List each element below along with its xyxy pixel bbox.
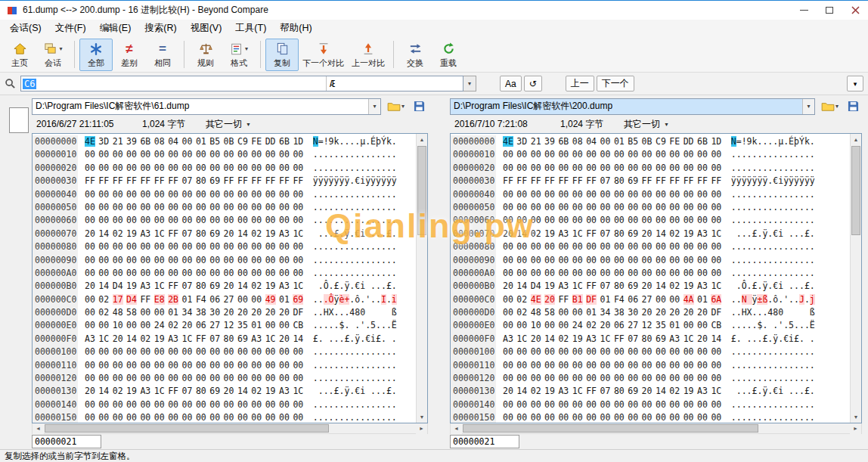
- hex-byte[interactable]: 00: [265, 373, 276, 383]
- ascii-char[interactable]: .: [742, 360, 747, 371]
- hex-byte[interactable]: 80: [196, 228, 206, 239]
- hex-byte[interactable]: 07: [182, 175, 193, 186]
- hex-byte[interactable]: 00: [279, 360, 290, 371]
- hex-byte[interactable]: 20: [642, 228, 653, 239]
- ascii-char[interactable]: [799, 307, 804, 318]
- hex-byte[interactable]: 01: [182, 294, 193, 305]
- ascii-char[interactable]: .: [810, 189, 815, 200]
- ascii-char[interactable]: .: [736, 386, 742, 396]
- left-filter-dropdown[interactable]: 其它一切 ▼: [206, 118, 251, 131]
- ascii-char[interactable]: .: [324, 346, 329, 357]
- ascii-char[interactable]: .: [731, 268, 736, 278]
- right-path-combo[interactable]: D:\Program Files\IC解密软件\200.dump ▾: [450, 98, 815, 115]
- hex-byte[interactable]: B5: [628, 136, 638, 147]
- hex-byte[interactable]: 69: [209, 175, 220, 186]
- ascii-char[interactable]: .: [324, 149, 329, 160]
- hex-row[interactable]: 0000005000000000000000000000000000000000…: [33, 201, 416, 214]
- hex-byte[interactable]: 02: [140, 333, 150, 344]
- ascii-char[interactable]: .: [376, 360, 381, 371]
- hex-byte[interactable]: 00: [558, 360, 569, 371]
- hex-byte[interactable]: 00: [140, 241, 150, 252]
- hex-byte[interactable]: 00: [209, 215, 220, 225]
- ascii-char[interactable]: .: [736, 215, 742, 225]
- ascii-char[interactable]: .: [742, 268, 747, 278]
- hex-byte[interactable]: 00: [196, 255, 206, 265]
- hex-byte[interactable]: 00: [544, 268, 555, 278]
- chevron-down-icon[interactable]: ▾: [368, 99, 380, 114]
- hex-byte[interactable]: 00: [293, 346, 303, 357]
- hex-byte[interactable]: 00: [251, 149, 262, 160]
- ascii-char[interactable]: .: [810, 399, 815, 410]
- ascii-char[interactable]: .: [794, 241, 799, 252]
- hex-byte[interactable]: 00: [586, 346, 597, 357]
- hex-byte[interactable]: 00: [572, 149, 583, 160]
- hex-byte[interactable]: 02: [113, 386, 123, 396]
- hex-byte[interactable]: 00: [503, 373, 513, 383]
- ascii-char[interactable]: .: [731, 255, 736, 265]
- ascii-char[interactable]: [324, 333, 329, 344]
- hex-byte[interactable]: 1C: [572, 281, 583, 291]
- hex-byte[interactable]: 01: [600, 294, 611, 305]
- hex-row[interactable]: 0000009000000000000000000000000000000000…: [451, 254, 850, 267]
- hex-byte[interactable]: 00: [684, 163, 694, 173]
- hex-byte[interactable]: 1C: [293, 281, 303, 291]
- hex-byte[interactable]: 00: [642, 241, 653, 252]
- hex-byte[interactable]: 4E: [85, 136, 95, 147]
- ascii-char[interactable]: .: [376, 346, 381, 357]
- hex-byte[interactable]: FF: [293, 175, 303, 186]
- ascii-char[interactable]: .: [324, 255, 329, 265]
- hex-byte[interactable]: 2B: [168, 294, 178, 305]
- hex-row[interactable]: 0000006000000000000000000000000000000000…: [33, 214, 416, 227]
- ascii-char[interactable]: i: [789, 333, 794, 344]
- hex-byte[interactable]: 19: [126, 386, 137, 396]
- hex-byte[interactable]: 00: [209, 360, 220, 371]
- hex-byte[interactable]: DD: [265, 136, 276, 147]
- ascii-char[interactable]: .: [313, 189, 318, 200]
- hex-byte[interactable]: 14: [656, 228, 666, 239]
- ascii-char[interactable]: .: [810, 333, 815, 344]
- hex-byte[interactable]: 1C: [516, 333, 527, 344]
- hex-byte[interactable]: FF: [265, 175, 276, 186]
- ascii-char[interactable]: .: [804, 399, 810, 410]
- hex-byte[interactable]: 00: [168, 373, 178, 383]
- ascii-char[interactable]: ÿ: [318, 175, 324, 186]
- hex-row[interactable]: 0000004000000000000000000000000000000000…: [451, 188, 850, 201]
- hex-byte[interactable]: 14: [656, 386, 666, 396]
- hex-byte[interactable]: 20: [600, 320, 611, 330]
- hex-byte[interactable]: 08: [572, 136, 583, 147]
- hex-byte[interactable]: 00: [154, 399, 165, 410]
- hex-byte[interactable]: 00: [516, 320, 527, 330]
- hex-row[interactable]: 0000001000000000000000000000000000000000…: [451, 148, 850, 161]
- hex-byte[interactable]: 00: [503, 307, 513, 318]
- ascii-char[interactable]: .: [329, 373, 334, 383]
- hex-byte[interactable]: FF: [98, 175, 109, 186]
- hex-byte[interactable]: 00: [265, 189, 276, 200]
- ascii-char[interactable]: .: [742, 373, 747, 383]
- hex-byte[interactable]: 00: [503, 412, 513, 423]
- hex-byte[interactable]: 06: [196, 320, 206, 330]
- hex-byte[interactable]: 27: [628, 320, 638, 330]
- hex-byte[interactable]: 00: [642, 202, 653, 212]
- hex-byte[interactable]: 00: [196, 268, 206, 278]
- hex-byte[interactable]: 20: [544, 294, 555, 305]
- ascii-char[interactable]: .: [799, 399, 804, 410]
- hex-byte[interactable]: 00: [279, 412, 290, 423]
- hex-byte[interactable]: 02: [669, 386, 680, 396]
- hex-byte[interactable]: 4A: [684, 294, 694, 305]
- ascii-char[interactable]: .: [747, 346, 752, 357]
- ascii-char[interactable]: .: [789, 373, 794, 383]
- ascii-char[interactable]: .: [799, 163, 804, 173]
- ascii-char[interactable]: .: [736, 255, 742, 265]
- hex-byte[interactable]: 00: [614, 360, 625, 371]
- ascii-char[interactable]: [381, 307, 386, 318]
- ascii-char[interactable]: .: [329, 360, 334, 371]
- hex-byte[interactable]: 00: [531, 149, 541, 160]
- hex-byte[interactable]: 00: [669, 215, 680, 225]
- ascii-char[interactable]: .: [386, 360, 392, 371]
- ascii-char[interactable]: .: [742, 399, 747, 410]
- hex-byte[interactable]: 00: [265, 346, 276, 357]
- ascii-char[interactable]: .: [789, 346, 794, 357]
- hex-byte[interactable]: FF: [697, 175, 708, 186]
- ascii-char[interactable]: ÿ: [313, 175, 318, 186]
- ascii-char[interactable]: N: [731, 136, 736, 147]
